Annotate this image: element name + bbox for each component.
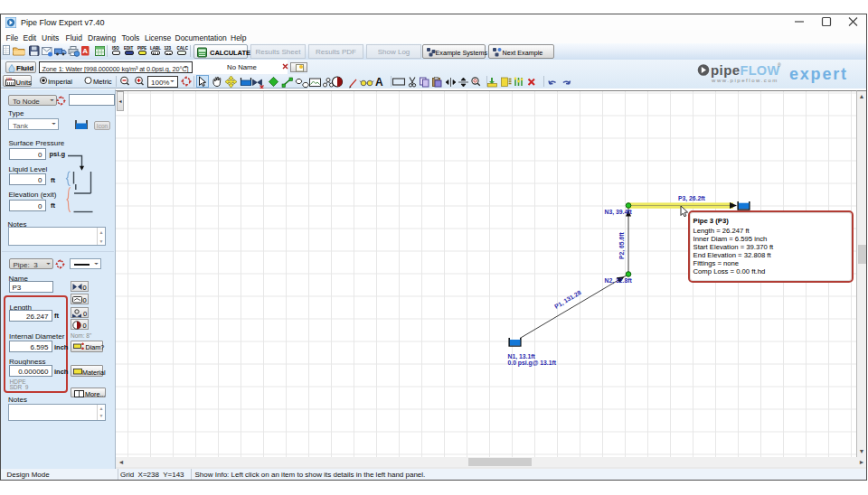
svg-text:P3, 26.2ft: P3, 26.2ft [678,195,706,202]
svg-text:P2, 65.6ft: P2, 65.6ft [618,231,626,259]
svg-text:www.pipeflow.com: www.pipeflow.com [711,78,778,83]
svg-text:0.0 psi.g@ 13.1ft: 0.0 psi.g@ 13.1ft [508,360,557,367]
svg-text:N2, 32.8ft: N2, 32.8ft [605,277,633,285]
svg-text:pipe: pipe [711,62,740,78]
svg-text:P1, 131.28: P1, 131.28 [553,289,582,311]
svg-text:123: 123 [6,78,12,81]
svg-text:A: A [82,47,88,55]
svg-text:A: A [375,76,383,89]
svg-text:expert: expert [789,65,848,83]
svg-text:®: ® [778,62,781,68]
svg-text:FLOW: FLOW [741,63,780,78]
svg-text:N3, 39.4ft: N3, 39.4ft [605,209,633,216]
